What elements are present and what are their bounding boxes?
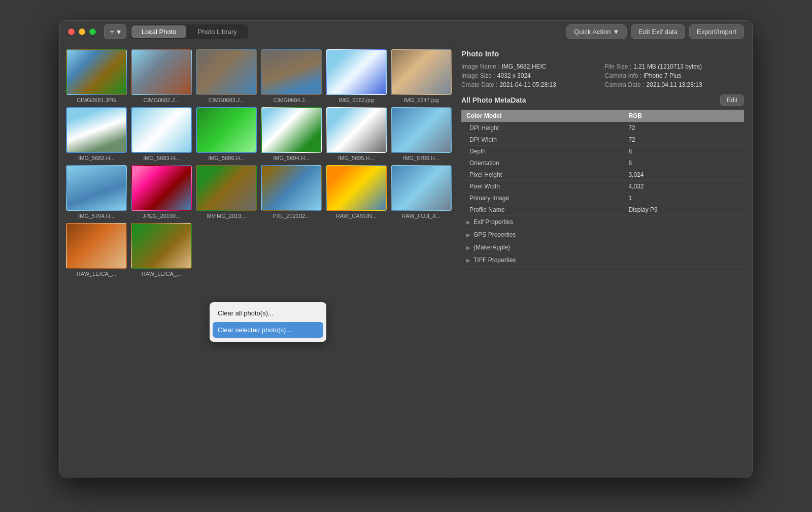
collapsible-row-label: ▶{MakerApple}	[461, 241, 744, 254]
edit-exif-button[interactable]: Edit Exif data	[631, 24, 685, 39]
info-grid: Image Name : IMG_5682.HEIC File Size : 1…	[461, 63, 744, 88]
list-item[interactable]: IMG_5682.H...	[66, 107, 127, 161]
photo-thumbnail	[326, 107, 387, 153]
photo-thumbnail	[66, 49, 127, 95]
metadata-title: All Photo MetaData	[461, 96, 526, 104]
table-row[interactable]: ▶{MakerApple}	[461, 241, 744, 254]
export-import-button[interactable]: Export/Import	[689, 24, 744, 39]
image-size-row: Image Size : 4032 x 3024	[461, 72, 601, 79]
triangle-icon: ▶	[466, 245, 470, 250]
collapsible-row-label: ▶Exif Properties	[461, 216, 744, 229]
image-name-row: Image Name : IMG_5682.HEIC	[461, 63, 601, 70]
photo-label: RAW_CANON...	[336, 213, 377, 219]
list-item[interactable]: RAW_FUJI_X...	[391, 165, 452, 219]
list-item[interactable]: IMG_5704.H...	[66, 165, 127, 219]
main-window: + ▾ Local Photo Photo Library Quick Acti…	[59, 20, 753, 477]
quick-action-button[interactable]: Quick Action ▼	[566, 24, 627, 39]
list-item[interactable]: MVIMG_2019...	[196, 165, 257, 219]
image-size-value: 4032 x 3024	[497, 72, 531, 79]
photo-label: IMG_5247.jpg	[403, 97, 438, 103]
photo-label: IMG_5686.H...	[208, 155, 245, 161]
list-item[interactable]: JPEG_20190...	[131, 165, 192, 219]
minimize-button[interactable]	[79, 28, 85, 35]
camera-date-value: 2021.04.11 13:28:13	[647, 81, 702, 88]
list-item[interactable]: IMG_5683.H...	[131, 107, 192, 161]
metadata-row-value: 72	[623, 122, 744, 134]
list-item[interactable]: CIMG0681.JPG	[66, 49, 127, 103]
list-item[interactable]: IMG_5247.jpg	[391, 49, 452, 103]
toolbar: + ▾ Local Photo Photo Library Quick Acti…	[104, 24, 744, 39]
list-item[interactable]: RAW_CANON...	[326, 165, 387, 219]
metadata-header: All Photo MetaData Edit	[461, 94, 744, 106]
table-row[interactable]: ▶TIFF Properties	[461, 254, 744, 267]
photo-thumbnail	[391, 49, 452, 95]
camera-info-row: Camera Info : iPhone 7 Plus	[605, 72, 745, 79]
tab-photo-library[interactable]: Photo Library	[187, 25, 247, 38]
metadata-edit-button[interactable]: Edit	[720, 94, 744, 106]
photo-label: CIMG0682.J...	[144, 97, 180, 103]
list-item[interactable]: PXL_202102...	[261, 165, 322, 219]
close-button[interactable]	[68, 28, 75, 35]
metadata-header-col2: RGB	[623, 110, 744, 122]
list-item[interactable]: CIMG0683.J...	[196, 49, 257, 103]
table-row: Pixel Height3,024	[461, 169, 744, 181]
list-item[interactable]: IMG_5695.H...	[326, 107, 387, 161]
metadata-row-label: DPI Height	[461, 122, 623, 134]
create-date-label: Create Date :	[461, 81, 497, 88]
list-item[interactable]: CIMG0682.J...	[131, 49, 192, 103]
camera-info-value: iPhone 7 Plus	[644, 72, 681, 79]
photo-label: MVIMG_2019...	[207, 213, 246, 219]
photo-label: CIMG0683.J...	[209, 97, 245, 103]
table-row[interactable]: ▶GPS Properties	[461, 229, 744, 241]
metadata-header-col1: Color Model	[461, 110, 623, 122]
camera-date-label: Camera Date :	[605, 81, 645, 88]
photo-info-title: Photo Info	[461, 49, 744, 58]
photo-thumbnail	[66, 223, 127, 269]
table-row: Pixel Width4,032	[461, 181, 744, 193]
maximize-button[interactable]	[89, 28, 96, 35]
file-size-value: 1.21 MB (1210713 bytes)	[633, 63, 702, 70]
list-item[interactable]: CIMG0684.J...	[261, 49, 322, 103]
list-item[interactable]: RAW_LEICA_...	[66, 223, 127, 277]
photo-thumbnail	[66, 165, 127, 211]
context-menu: Clear all photo(s)... Clear selected pho…	[210, 302, 326, 342]
metadata-table: Color ModelRGBDPI Height72DPI Width72Dep…	[461, 110, 744, 267]
add-photo-button[interactable]: + ▾	[104, 24, 126, 39]
table-row: Color ModelRGB	[461, 110, 744, 122]
list-item[interactable]: IMG_5703.H...	[391, 107, 452, 161]
tab-local-photo[interactable]: Local Photo	[131, 25, 187, 38]
photo-label: IMG_5062.jpg	[339, 97, 374, 103]
clear-selected-menu-item[interactable]: Clear selected photo(s)...	[213, 322, 323, 338]
list-item[interactable]: IMG_5062.jpg	[326, 49, 387, 103]
metadata-row-label: Orientation	[461, 157, 623, 169]
metadata-row-value: 1	[623, 193, 744, 204]
camera-date-row: Camera Date : 2021.04.11 13:28:13	[605, 81, 745, 88]
photo-label: RAW_LEICA_...	[142, 271, 181, 277]
photo-label: JPEG_20190...	[143, 213, 181, 219]
metadata-row-value: 3,024	[623, 169, 744, 181]
photo-label: RAW_FUJI_X...	[401, 213, 441, 219]
image-name-label: Image Name :	[461, 63, 499, 70]
photo-thumbnail	[131, 165, 192, 211]
photo-thumbnail	[131, 107, 192, 153]
metadata-row-value: 6	[623, 157, 744, 169]
metadata-row-value: 8	[623, 146, 744, 157]
metadata-row-value: 4,032	[623, 181, 744, 193]
metadata-row-label: DPI Width	[461, 134, 623, 146]
photo-grid-area: CIMG0681.JPGCIMG0682.J...CIMG0683.J...CI…	[60, 43, 453, 477]
collapsible-row-label: ▶GPS Properties	[461, 229, 744, 241]
list-item[interactable]: IMG_5694.H...	[261, 107, 322, 161]
photo-thumbnail	[326, 165, 387, 211]
photo-thumbnail	[66, 107, 127, 153]
table-row: DPI Width72	[461, 134, 744, 146]
table-row: Orientation6	[461, 157, 744, 169]
list-item[interactable]: RAW_LEICA_...	[131, 223, 192, 277]
photo-label: IMG_5683.H...	[143, 155, 180, 161]
table-row[interactable]: ▶Exif Properties	[461, 216, 744, 229]
photo-thumbnail	[261, 49, 322, 95]
photo-label: CIMG0684.J...	[274, 97, 310, 103]
clear-all-menu-item[interactable]: Clear all photo(s)...	[210, 305, 326, 321]
file-size-label: File Size :	[605, 63, 632, 70]
list-item[interactable]: IMG_5686.H...	[196, 107, 257, 161]
photo-thumbnail	[196, 165, 257, 211]
